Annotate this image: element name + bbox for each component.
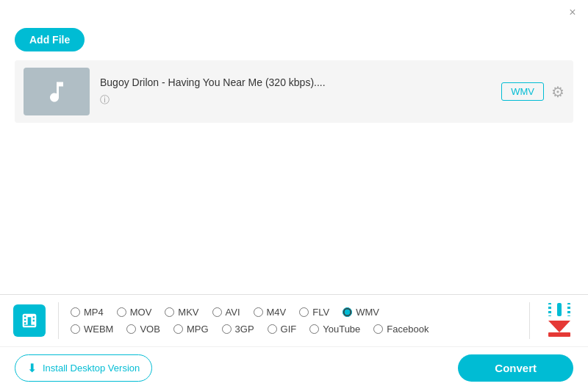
format-mpg[interactable]: MPG (173, 324, 209, 335)
download-icon: ⬇ (27, 361, 37, 375)
download-icon-svg (545, 303, 573, 338)
svg-rect-3 (548, 304, 551, 307)
svg-rect-10 (548, 332, 570, 337)
radio-webm[interactable] (71, 324, 80, 334)
info-icon[interactable]: ⓘ (100, 94, 110, 105)
format-mkv[interactable]: MKV (165, 307, 198, 318)
svg-marker-9 (548, 321, 570, 332)
format-row-2: WEBM VOB MPG 3GP GIF YouTube (71, 324, 517, 335)
format-gif-label: GIF (281, 324, 297, 335)
svg-rect-0 (557, 303, 562, 316)
format-facebook[interactable]: Facebook (373, 324, 429, 335)
svg-rect-7 (567, 309, 570, 311)
radio-mov[interactable] (117, 307, 126, 317)
radio-wmv[interactable] (343, 307, 352, 317)
format-m4v-label: M4V (267, 307, 287, 318)
format-flv-label: FLV (312, 307, 329, 318)
file-item: Bugoy Drilon - Having You Near Me (320 k… (15, 60, 573, 123)
radio-vob[interactable] (126, 324, 136, 334)
convert-button[interactable]: Convert (458, 354, 573, 382)
radio-flv[interactable] (299, 307, 309, 317)
file-thumbnail (24, 68, 90, 115)
file-info: Bugoy Drilon - Having You Near Me (320 k… (100, 76, 491, 107)
download-arrow-icon (545, 303, 573, 338)
file-name: Bugoy Drilon - Having You Near Me (320 k… (100, 76, 491, 88)
format-3gp[interactable]: 3GP (222, 324, 254, 335)
format-vob[interactable]: VOB (126, 324, 159, 335)
svg-rect-8 (567, 313, 570, 315)
music-icon (43, 79, 70, 105)
radio-mpg[interactable] (173, 324, 183, 334)
format-3gp-label: 3GP (235, 324, 254, 335)
radio-gif[interactable] (268, 324, 277, 334)
format-mp4-label: MP4 (84, 307, 104, 318)
radio-3gp[interactable] (222, 324, 232, 334)
settings-icon[interactable]: ⚙ (551, 83, 564, 101)
film-icon (13, 304, 46, 337)
action-bar: ⬇ Install Desktop Version Convert (0, 346, 588, 389)
radio-youtube[interactable] (309, 324, 319, 334)
format-flv[interactable]: FLV (299, 307, 329, 318)
radio-facebook[interactable] (373, 324, 383, 334)
svg-rect-4 (548, 309, 551, 311)
format-mov-label: MOV (130, 307, 152, 318)
format-vob-label: VOB (140, 324, 159, 335)
format-mpg-label: MPG (187, 324, 209, 335)
format-webm[interactable]: WEBM (71, 324, 113, 335)
add-file-button[interactable]: Add File (15, 28, 85, 51)
radio-m4v[interactable] (254, 307, 263, 317)
format-wmv[interactable]: WMV (343, 307, 379, 318)
format-m4v[interactable]: M4V (254, 307, 287, 318)
file-actions: WMV ⚙ (501, 82, 564, 101)
content-area (0, 123, 588, 270)
format-avi[interactable]: AVI (212, 307, 240, 318)
radio-avi[interactable] (212, 307, 222, 317)
close-button[interactable]: × (566, 6, 579, 19)
svg-rect-6 (567, 304, 570, 307)
bottom-panel: MP4 MOV MKV AVI M4V FLV WM (0, 294, 588, 389)
header: Add File (0, 22, 588, 60)
format-section: MP4 MOV MKV AVI M4V FLV WM (0, 295, 588, 346)
radio-mp4[interactable] (71, 307, 80, 317)
format-icon-area (0, 302, 59, 339)
install-label: Install Desktop Version (43, 363, 140, 374)
radio-mkv[interactable] (165, 307, 174, 317)
format-gif[interactable]: GIF (268, 324, 297, 335)
title-bar: × (0, 0, 588, 22)
format-facebook-label: Facebook (387, 324, 429, 335)
format-mkv-label: MKV (178, 307, 198, 318)
format-row-1: MP4 MOV MKV AVI M4V FLV WM (71, 307, 517, 318)
format-badge[interactable]: WMV (501, 82, 544, 101)
film-strip-icon (19, 310, 40, 331)
format-mp4[interactable]: MP4 (71, 307, 104, 318)
format-wmv-label: WMV (356, 307, 379, 318)
format-youtube[interactable]: YouTube (309, 324, 360, 335)
format-options: MP4 MOV MKV AVI M4V FLV WM (59, 302, 529, 339)
download-area (529, 302, 588, 339)
svg-rect-5 (548, 313, 551, 315)
format-youtube-label: YouTube (323, 324, 360, 335)
install-desktop-button[interactable]: ⬇ Install Desktop Version (15, 354, 152, 382)
format-webm-label: WEBM (84, 324, 113, 335)
format-avi-label: AVI (226, 307, 240, 318)
format-mov[interactable]: MOV (117, 307, 152, 318)
file-list: Bugoy Drilon - Having You Near Me (320 k… (0, 60, 588, 123)
